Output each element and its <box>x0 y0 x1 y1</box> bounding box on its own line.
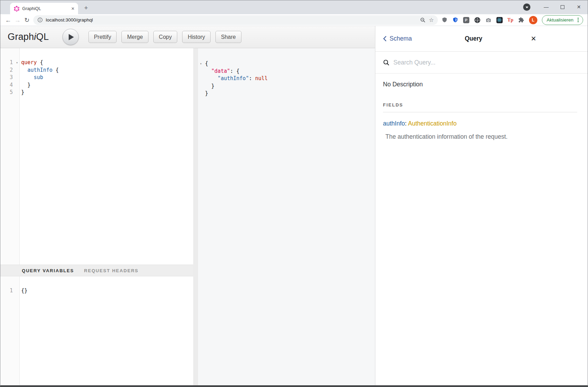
update-button[interactable]: Aktualisieren <box>542 15 583 25</box>
line-number: 2 <box>0 67 14 74</box>
minimize-button[interactable]: — <box>538 1 554 12</box>
reload-button[interactable]: ↻ <box>22 16 32 25</box>
crosshair-extension-icon[interactable] <box>474 17 480 23</box>
docs-body: No Description FIELDS authInfo: Authenti… <box>375 74 588 140</box>
close-window-button[interactable]: ✕ <box>571 1 587 12</box>
window-controls: — ✕ <box>523 1 587 13</box>
line-number: 3 <box>0 74 14 81</box>
merge-button[interactable]: Merge <box>121 31 148 43</box>
docs-no-description: No Description <box>383 81 577 88</box>
fold-gutter <box>14 74 20 81</box>
graphiql-workspace: GraphiQL PrettifyMergeCopyHistoryShare 1… <box>0 26 375 385</box>
bitwarden-shield-icon[interactable] <box>452 17 458 23</box>
kebab-menu-icon[interactable] <box>578 19 579 20</box>
history-button[interactable]: History <box>182 31 211 43</box>
query-pane: 1▾query {2 authInfo {3 sub4 }5} QUERY VA… <box>0 48 193 385</box>
editors-row: 1▾query {2 authInfo {3 sub4 }5} QUERY VA… <box>0 48 375 385</box>
new-tab-button[interactable]: + <box>81 3 91 13</box>
docs-search-input[interactable] <box>393 59 580 66</box>
docs-back-button[interactable]: Schema <box>383 35 412 42</box>
fold-gutter <box>14 81 20 89</box>
field-separator: : <box>405 120 408 127</box>
code-line: 4 } <box>0 81 193 89</box>
code-line: } <box>198 83 375 90</box>
browser-toolbar: ← → ↻ localhost:3000/graphql ☆ <box>0 14 588 26</box>
browser-tab[interactable]: GraphiQL ✕ <box>10 3 78 14</box>
maximize-button[interactable] <box>554 1 571 12</box>
fold-gutter <box>14 89 20 96</box>
profile-avatar[interactable]: L <box>529 16 537 24</box>
fields-divider <box>383 112 577 112</box>
docs-header: Schema Query ✕ <box>375 26 588 52</box>
code-line: "data": { <box>198 68 375 75</box>
variables-editor[interactable]: 1{} <box>0 276 193 385</box>
code-line: "authInfo": null <box>198 75 375 83</box>
graphiql-logo: GraphiQL <box>8 32 49 42</box>
code-line: } <box>198 90 375 97</box>
fold-gutter <box>198 83 204 90</box>
tab-query-variables[interactable]: QUERY VARIABLES <box>22 268 74 273</box>
tp-extension-icon[interactable]: Tp <box>508 17 513 23</box>
code-line: ▾{ <box>198 60 375 68</box>
camera-extension-icon[interactable] <box>485 17 492 23</box>
query-editor[interactable]: 1▾query {2 authInfo {3 sub4 }5} <box>0 48 193 265</box>
browser-window: GraphiQL ✕ + — ✕ ← → ↻ localhost:3 <box>0 0 588 387</box>
graphiql-toolbar-buttons: PrettifyMergeCopyHistoryShare <box>88 31 241 43</box>
tab-search-button[interactable] <box>523 3 530 11</box>
line-number: 1 <box>0 287 14 295</box>
fold-toggle-icon[interactable]: ▾ <box>198 60 204 68</box>
forward-button[interactable]: → <box>13 16 22 25</box>
fold-gutter <box>198 75 204 83</box>
field-type-link[interactable]: AuthenticationInfo <box>408 120 457 127</box>
line-number: 5 <box>0 89 14 96</box>
fold-gutter <box>198 68 204 75</box>
extensions-puzzle-icon[interactable] <box>518 17 524 23</box>
docs-back-label: Schema <box>390 35 412 42</box>
docs-title: Query <box>465 35 483 42</box>
pane-resizer[interactable] <box>193 48 198 385</box>
docs-field-row: authInfo: AuthenticationInfo <box>383 120 577 127</box>
field-name-link[interactable]: authInfo <box>383 120 405 127</box>
react-devtools-icon[interactable] <box>496 17 503 23</box>
browser-titlebar: GraphiQL ✕ + — ✕ <box>0 0 588 14</box>
adblock-shield-icon[interactable] <box>442 17 448 23</box>
code-line: 1▾query { <box>0 59 193 67</box>
prettify-button[interactable]: Prettify <box>88 31 117 43</box>
result-viewer: ▾{ "data": { "authInfo": null }} <box>198 48 375 385</box>
back-button[interactable]: ← <box>3 16 13 25</box>
play-icon <box>69 34 74 40</box>
chevron-down-icon <box>526 7 528 8</box>
url-text[interactable]: localhost:3000/graphql <box>46 17 417 23</box>
fold-gutter <box>14 67 20 74</box>
copy-button[interactable]: Copy <box>153 31 177 43</box>
page-info-icon[interactable] <box>37 17 43 23</box>
bookmark-star-icon[interactable]: ☆ <box>429 17 434 23</box>
zoom-page-icon[interactable] <box>420 17 426 23</box>
address-bar[interactable]: localhost:3000/graphql ☆ <box>33 15 438 25</box>
graphql-favicon-icon <box>14 6 19 11</box>
extensions-cluster: P <box>440 16 540 24</box>
docs-panel: Schema Query ✕ No Description FIELDS aut… <box>375 26 588 385</box>
line-number: 1 <box>0 59 14 67</box>
search-icon <box>383 59 390 66</box>
code-line: 3 sub <box>0 74 193 81</box>
chevron-left-icon <box>383 36 387 42</box>
share-button[interactable]: Share <box>215 31 241 43</box>
execute-query-button[interactable] <box>62 29 79 45</box>
update-button-label: Aktualisieren <box>547 17 573 23</box>
tab-request-headers[interactable]: REQUEST HEADERS <box>84 268 138 273</box>
line-number: 4 <box>0 81 14 89</box>
p-extension-icon[interactable]: P <box>463 17 469 23</box>
docs-field-description: The authentication information of the re… <box>383 133 577 140</box>
tab-close-icon[interactable]: ✕ <box>71 6 75 11</box>
docs-search-row <box>375 52 588 74</box>
variables-tab-bar: QUERY VARIABLESREQUEST HEADERS <box>0 265 193 276</box>
code-line: 2 authInfo { <box>0 67 193 74</box>
fold-gutter <box>14 287 20 295</box>
code-line: 5} <box>0 89 193 96</box>
maximize-icon <box>561 5 564 9</box>
docs-close-button[interactable]: ✕ <box>528 35 539 43</box>
fold-gutter <box>198 90 204 97</box>
fold-toggle-icon[interactable]: ▾ <box>14 59 20 67</box>
tab-title: GraphiQL <box>22 6 68 11</box>
